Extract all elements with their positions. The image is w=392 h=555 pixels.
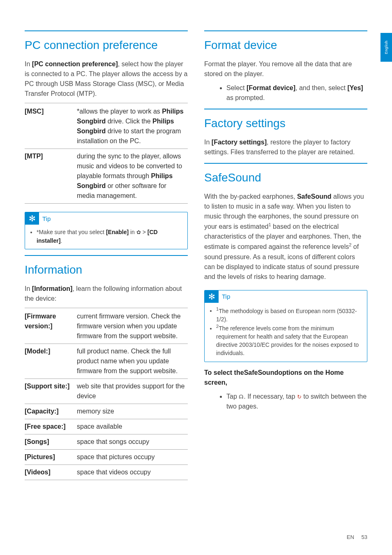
text: drive. Click the — [106, 118, 152, 125]
gear-icon: ✿ — [136, 229, 141, 237]
row-desc: memory size — [77, 404, 188, 419]
row-desc: space that pictures occupy — [77, 450, 188, 465]
text: > — [141, 229, 148, 235]
row-desc: current firmware version. Check the firm… — [77, 308, 188, 344]
tip-header: ✻ Tip — [205, 290, 367, 303]
footer-lang: EN — [347, 534, 354, 540]
row-desc: web site that provides support for the d… — [77, 379, 188, 404]
text: The reference levels come from the minim… — [216, 325, 359, 357]
information-intro: In [Information], learn the following in… — [25, 284, 188, 304]
tip-item: 1The methodology is based on European no… — [216, 306, 362, 323]
left-column: PC connection preference In [PC connecti… — [25, 25, 188, 480]
tip-label: Tip — [42, 215, 51, 222]
row-desc: space available — [77, 419, 188, 434]
tip-box: ✻ Tip *Make sure that you select [Enable… — [25, 212, 188, 249]
text: *Make sure that you select — [37, 229, 106, 235]
text: . — [60, 237, 62, 244]
text: in — [129, 229, 136, 235]
language-tab-label: English — [384, 40, 388, 54]
row-label: [MSC] — [25, 103, 77, 149]
text: In — [25, 60, 32, 67]
page-footer: EN 53 — [347, 534, 367, 540]
row-desc: space that songs occupy — [77, 434, 188, 450]
row-desc: *allows the player to work as Philips So… — [77, 103, 188, 149]
table-row: [MSC] *allows the player to work as Phil… — [25, 103, 188, 149]
text: In — [204, 139, 212, 146]
text: as prompted. — [226, 94, 265, 101]
asterisk-icon: ✻ — [25, 212, 39, 225]
page-content: PC connection preference In [PC connecti… — [0, 0, 392, 497]
pc-intro: In [PC connection preference], select ho… — [25, 59, 188, 99]
table-row: [Free space:]space available — [25, 419, 188, 434]
table-row: [Firmware version:]current firmware vers… — [25, 308, 188, 344]
table-row: [Capacity:]memory size — [25, 404, 188, 419]
heading-pc-connection: PC connection preference — [25, 30, 188, 52]
row-desc: space that videos occupy — [77, 465, 188, 480]
bold-text: [Format device] — [247, 84, 295, 91]
list-item: Select [Format device], and then, select… — [226, 83, 367, 103]
bold-text: [Factory settings] — [212, 139, 267, 146]
bold-text: [Enable] — [106, 229, 129, 235]
heading-factory-settings: Factory settings — [204, 109, 367, 130]
row-label: [MTP] — [25, 149, 77, 204]
text: . If necessary, tap — [244, 393, 297, 400]
headphones-icon: ☊ — [239, 393, 244, 401]
text: In — [25, 285, 32, 292]
list-item: Tap ☊. If necessary, tap ↻ to switch bet… — [226, 392, 367, 411]
bold-text: To select the — [204, 369, 244, 376]
row-label: [Model:] — [25, 344, 77, 379]
heading-information: Information — [25, 255, 188, 276]
footer-page-number: 53 — [362, 534, 367, 540]
row-label: [Firmware version:] — [25, 308, 77, 344]
safesound-bullets: Tap ☊. If necessary, tap ↻ to switch bet… — [226, 392, 367, 411]
text: Select — [226, 84, 247, 91]
table-row: [Pictures]space that pictures occupy — [25, 450, 188, 465]
tip-label: Tip — [222, 293, 230, 300]
row-label: [Support site:] — [25, 379, 77, 404]
table-row: [Songs]space that songs occupy — [25, 434, 188, 450]
text: Tap — [226, 393, 239, 400]
asterisk-icon: ✻ — [205, 290, 219, 303]
switch-icon: ↻ — [297, 393, 302, 401]
tip-body: 1The methodology is based on European no… — [205, 303, 367, 362]
bold-text: SafeSound — [297, 193, 332, 200]
information-table: [Firmware version:]current firmware vers… — [25, 308, 188, 480]
pc-connection-table: [MSC] *allows the player to work as Phil… — [25, 103, 188, 204]
language-tab: English — [380, 33, 392, 62]
tip-item: *Make sure that you select [Enable] in ✿… — [37, 228, 182, 245]
safesound-para: With the by-packed earphones, SafeSound … — [204, 192, 367, 282]
table-row: [MTP] during the sync to the player, all… — [25, 149, 188, 204]
row-label: [Songs] — [25, 434, 77, 450]
bold-text: [Yes] — [347, 84, 363, 91]
row-label: [Free space:] — [25, 419, 77, 434]
row-desc: full product name. Check the full produc… — [77, 344, 188, 379]
tip-header: ✻ Tip — [25, 212, 187, 225]
format-bullets: Select [Format device], and then, select… — [226, 83, 367, 103]
bold-text: [PC connection preference] — [32, 60, 118, 67]
row-label: [Videos] — [25, 465, 77, 480]
text: The methodology is based on European nor… — [216, 307, 357, 322]
tip-item: 2The reference levels come from the mini… — [216, 323, 362, 358]
factory-intro: In [Factory settings], restore the playe… — [204, 137, 367, 157]
table-row: [Videos]space that videos occupy — [25, 465, 188, 480]
tip-body: *Make sure that you select [Enable] in ✿… — [25, 225, 187, 249]
table-row: [Model:]full product name. Check the ful… — [25, 344, 188, 379]
row-desc: during the sync to the player, allows mu… — [77, 149, 188, 204]
right-column: Format device Format the player. You rem… — [204, 25, 367, 480]
row-label: [Capacity:] — [25, 404, 77, 419]
text: With the by-packed earphones, — [204, 193, 297, 200]
tip-box: ✻ Tip 1The methodology is based on Europ… — [204, 290, 367, 362]
heading-format-device: Format device — [204, 30, 367, 52]
bold-text: [Information] — [32, 285, 73, 292]
bold-text: SafeSound — [244, 369, 279, 376]
row-label: [Pictures] — [25, 450, 77, 465]
table-row: [Support site:]web site that provides su… — [25, 379, 188, 404]
format-intro: Format the player. You remove all the da… — [204, 59, 367, 79]
text: *allows the player to work as — [77, 108, 162, 115]
heading-safesound: SafeSound — [204, 163, 367, 184]
safesound-subheading: To select theSafeSoundoptions on the Hom… — [204, 368, 367, 388]
text: , and then, select — [295, 84, 347, 91]
